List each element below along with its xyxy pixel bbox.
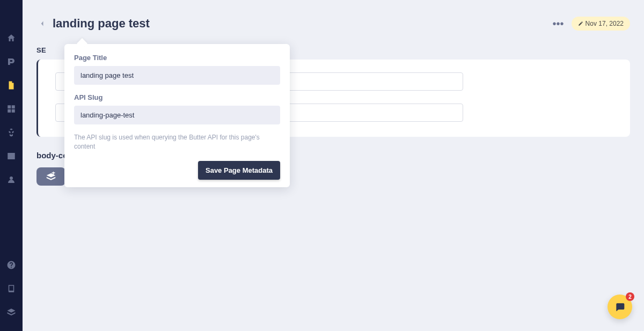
cubes-icon (6, 128, 16, 137)
page-header: landing page test ••• Nov 17, 2022 (23, 0, 644, 38)
pages-icon (6, 80, 16, 90)
layers-icon (6, 307, 16, 317)
book-icon (6, 284, 16, 293)
home-icon (6, 33, 16, 43)
page-title-label: Page Title (74, 54, 280, 62)
page-title[interactable]: landing page test (53, 17, 150, 31)
pencil-icon (578, 21, 583, 26)
date-text: Nov 17, 2022 (586, 20, 624, 27)
users-icon (6, 175, 16, 185)
image-icon (6, 151, 16, 161)
sidebar (0, 0, 23, 331)
nav-media[interactable] (0, 145, 23, 167)
nav-home[interactable] (0, 27, 23, 49)
nav-users[interactable] (0, 168, 23, 191)
api-slug-help: The API slug is used when querying the B… (74, 133, 280, 151)
add-component-button[interactable] (36, 167, 65, 186)
nav-docs[interactable] (0, 277, 23, 300)
nav-content-types[interactable] (0, 121, 23, 144)
save-metadata-button[interactable]: Save Page Metadata (198, 161, 280, 180)
nav-pages[interactable] (0, 74, 23, 97)
nav-api[interactable] (0, 301, 23, 323)
add-layers-icon (45, 172, 57, 181)
chat-badge: 2 (626, 292, 634, 301)
help-icon (6, 260, 16, 270)
more-icon: ••• (553, 18, 564, 29)
nav-blog[interactable] (0, 50, 23, 73)
page-title-input[interactable] (74, 66, 280, 85)
grid-icon (6, 104, 16, 114)
blog-icon (6, 57, 16, 67)
nav-help[interactable] (0, 254, 23, 276)
api-slug-input[interactable] (74, 106, 280, 124)
main: landing page test ••• Nov 17, 2022 SE bo… (23, 0, 644, 331)
chevron-left-icon (40, 20, 45, 27)
page-metadata-popover: Page Title API Slug The API slug is used… (64, 44, 290, 187)
draft-date-pill[interactable]: Nov 17, 2022 (572, 17, 630, 31)
back-button[interactable] (36, 18, 48, 30)
more-button[interactable]: ••• (553, 16, 564, 31)
nav-collections[interactable] (0, 98, 23, 120)
chat-fab[interactable]: 2 (608, 295, 632, 319)
api-slug-label: API Slug (74, 93, 280, 101)
chat-icon (614, 301, 626, 312)
